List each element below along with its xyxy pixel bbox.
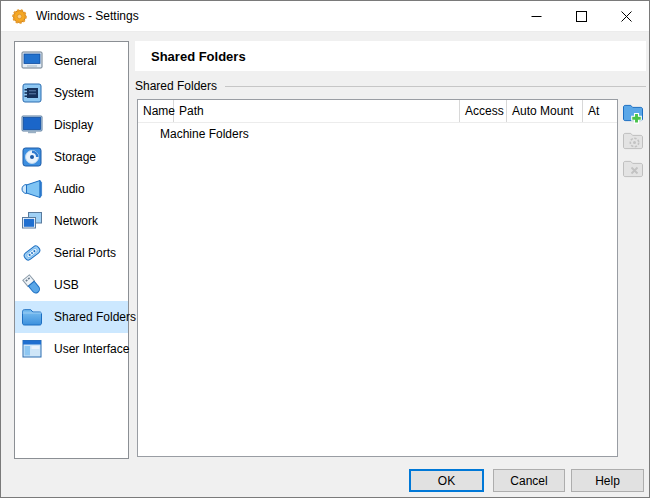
sidebar-item-storage[interactable]: Storage (15, 141, 128, 173)
settings-category-list: General System Display (14, 41, 129, 459)
sidebar-item-user-interface[interactable]: User Interface (15, 333, 128, 365)
edit-shared-folder-button[interactable] (620, 129, 646, 153)
sidebar-item-label: USB (54, 278, 79, 292)
column-header-at[interactable]: At (583, 100, 617, 122)
close-button[interactable] (604, 1, 649, 32)
folder-toolbar (620, 101, 646, 185)
titlebar[interactable]: Windows - Settings (1, 1, 649, 32)
remove-folder-icon (621, 157, 645, 181)
add-folder-icon (621, 101, 645, 125)
sidebar-item-label: Shared Folders (54, 310, 136, 324)
sidebar-item-label: Serial Ports (54, 246, 116, 260)
column-header-access[interactable]: Access (460, 100, 507, 122)
minimize-button[interactable] (514, 1, 559, 32)
sidebar-item-label: Audio (54, 182, 85, 196)
usb-icon (19, 272, 45, 298)
system-icon (19, 80, 45, 106)
page-header: Shared Folders (135, 41, 646, 71)
shared-folders-table[interactable]: Name Path Access Auto Mount At Machine F… (137, 99, 618, 457)
cancel-button[interactable]: Cancel (493, 469, 565, 492)
sidebar-item-shared-folders[interactable]: Shared Folders (15, 301, 128, 333)
ok-button[interactable]: OK (409, 469, 484, 492)
general-icon (19, 48, 45, 74)
remove-shared-folder-button[interactable] (620, 157, 646, 181)
groupbox-label: Shared Folders (135, 79, 217, 93)
column-header-path[interactable]: Path (174, 100, 460, 122)
maximize-button[interactable] (559, 1, 604, 32)
sidebar-item-audio[interactable]: Audio (15, 173, 128, 205)
sidebar-item-label: Network (54, 214, 98, 228)
minimize-icon (531, 11, 542, 22)
table-row-machine-folders[interactable]: Machine Folders (138, 125, 617, 143)
close-icon (621, 11, 632, 22)
sidebar-item-network[interactable]: Network (15, 205, 128, 237)
sidebar-item-display[interactable]: Display (15, 109, 128, 141)
column-header-name[interactable]: Name (138, 100, 174, 122)
user-interface-icon (19, 336, 45, 362)
column-header-auto-mount[interactable]: Auto Mount (507, 100, 583, 122)
sidebar-item-general[interactable]: General (15, 45, 128, 77)
sidebar-item-label: Storage (54, 150, 96, 164)
groupbox-rule (225, 86, 646, 87)
virtualbox-settings-gear-icon (11, 8, 28, 25)
audio-icon (19, 176, 45, 202)
table-header-row: Name Path Access Auto Mount At (138, 100, 617, 123)
window-title: Windows - Settings (36, 9, 139, 23)
settings-window: Windows - Settings (0, 0, 650, 498)
add-shared-folder-button[interactable] (620, 101, 646, 125)
sidebar-item-system[interactable]: System (15, 77, 128, 109)
help-button[interactable]: Help (571, 469, 644, 492)
sidebar-item-label: General (54, 54, 97, 68)
sidebar-item-label: System (54, 86, 94, 100)
edit-folder-icon (621, 129, 645, 153)
storage-icon (19, 144, 45, 170)
maximize-icon (576, 11, 587, 22)
display-icon (19, 112, 45, 138)
sidebar-item-label: User Interface (54, 342, 129, 356)
shared-folders-groupbox: Shared Folders (135, 79, 646, 93)
sidebar-item-label: Display (54, 118, 93, 132)
serial-ports-icon (19, 240, 45, 266)
sidebar-item-serial-ports[interactable]: Serial Ports (15, 237, 128, 269)
page-title: Shared Folders (151, 49, 246, 64)
shared-folders-icon (19, 304, 45, 330)
sidebar-item-usb[interactable]: USB (15, 269, 128, 301)
network-icon (19, 208, 45, 234)
